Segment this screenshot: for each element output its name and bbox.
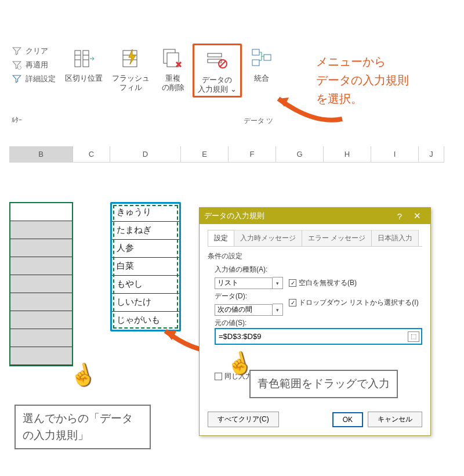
- consolidate-icon: [248, 45, 276, 73]
- list-item: しいたけ: [112, 294, 179, 312]
- text-to-columns-icon: [70, 45, 98, 73]
- ignore-blank-checkbox[interactable]: ✓空白を無視する(B): [289, 278, 357, 288]
- ribbon-group-filter-label: ﾙﾀｰ: [12, 116, 22, 124]
- chevron-down-icon: ⌄: [230, 85, 237, 93]
- funnel-advanced-icon: [12, 74, 22, 84]
- help-button[interactable]: ?: [391, 211, 408, 221]
- list-item: じゃがいも: [112, 312, 179, 330]
- funnel-reapply-icon: [12, 60, 22, 70]
- annotation-drag-hint: 青色範囲をドラッグで入力: [249, 370, 398, 398]
- col-header-H[interactable]: H: [324, 146, 371, 163]
- remove-duplicates-button[interactable]: 重複 の削除: [155, 44, 190, 94]
- consolidate-button[interactable]: 統合: [244, 44, 279, 84]
- ribbon-group-datatools-label: データ ツ: [244, 116, 273, 126]
- svg-line-16: [220, 61, 226, 67]
- col-header-F[interactable]: F: [229, 146, 276, 163]
- range-picker-icon[interactable]: ⬚: [408, 331, 419, 342]
- col-header-E[interactable]: E: [181, 146, 229, 163]
- col-header-J[interactable]: J: [419, 146, 444, 163]
- data-validation-icon: [203, 46, 231, 74]
- column-headers: B C D E F G H I J: [9, 146, 455, 163]
- close-button[interactable]: ✕: [408, 211, 426, 221]
- chevron-down-icon[interactable]: ▾: [273, 304, 283, 316]
- svg-rect-13: [208, 53, 222, 57]
- svg-rect-19: [264, 55, 271, 60]
- data-value[interactable]: [215, 304, 273, 316]
- list-item: たまねぎ: [112, 222, 179, 240]
- list-item: きゅうり: [112, 204, 179, 222]
- spreadsheet: B C D E F G H I J きゅうり たまねぎ 人参 白菜 もやし しい…: [9, 146, 455, 163]
- col-header-D[interactable]: D: [110, 146, 181, 163]
- col-header-I[interactable]: I: [371, 146, 419, 163]
- col-header-G[interactable]: G: [276, 146, 324, 163]
- data-validation-button[interactable]: データの 入力規則 ⌄: [193, 44, 242, 98]
- annotation-menu-hint: メニューから データの入力規則 を選択。: [316, 52, 409, 108]
- allow-label: 入力値の種類(A):: [215, 265, 422, 275]
- ribbon-filter-options: クリア 再適用 詳細設定: [6, 44, 59, 84]
- clear-filter-button[interactable]: クリア: [12, 46, 56, 56]
- in-cell-dropdown-checkbox[interactable]: ✓ドロップダウン リストから選択する(I): [289, 298, 419, 308]
- reapply-filter-button[interactable]: 再適用: [12, 60, 56, 70]
- col-header-C[interactable]: C: [73, 146, 110, 163]
- source-input-row: ⬚: [215, 328, 422, 345]
- source-list-range[interactable]: きゅうり たまねぎ 人参 白菜 もやし しいたけ じゃがいも: [110, 202, 181, 331]
- col-header-B[interactable]: B: [9, 146, 73, 163]
- tab-input-message[interactable]: 入力時メッセージ: [234, 230, 302, 246]
- svg-rect-18: [252, 60, 259, 66]
- tab-settings[interactable]: 設定: [208, 230, 234, 246]
- list-item: 人参: [112, 240, 179, 258]
- tab-ime-mode[interactable]: 日本語入力: [371, 230, 419, 246]
- svg-rect-1: [83, 51, 89, 67]
- tab-error-alert[interactable]: エラー メッセージ: [302, 230, 372, 246]
- dialog-titlebar[interactable]: データの入力規則 ? ✕: [200, 208, 430, 224]
- cancel-button[interactable]: キャンセル: [368, 412, 422, 427]
- selected-range-B[interactable]: [9, 202, 73, 366]
- dialog-tabs: 設定 入力時メッセージ エラー メッセージ 日本語入力: [208, 230, 422, 247]
- funnel-clear-icon: [12, 46, 22, 56]
- svg-rect-0: [75, 51, 81, 67]
- allow-combo[interactable]: ▾: [215, 277, 283, 289]
- source-label: 元の値(S):: [215, 318, 422, 328]
- list-item: 白菜: [112, 258, 179, 276]
- data-validation-dialog: データの入力規則 ? ✕ 設定 入力時メッセージ エラー メッセージ 日本語入力…: [199, 207, 431, 436]
- svg-rect-10: [167, 53, 179, 67]
- advanced-filter-button[interactable]: 詳細設定: [12, 74, 56, 84]
- section-criteria-label: 条件の設定: [208, 251, 422, 261]
- allow-value[interactable]: [215, 277, 273, 289]
- flash-fill-button[interactable]: フラッシュ フィル: [108, 44, 153, 94]
- chevron-down-icon[interactable]: ▾: [273, 277, 283, 289]
- text-to-columns-button[interactable]: 区切り位置: [61, 44, 106, 84]
- list-item: もやし: [112, 276, 179, 294]
- data-combo[interactable]: ▾: [215, 304, 283, 316]
- flash-fill-icon: [117, 45, 145, 73]
- clear-all-button[interactable]: すべてクリア(C): [208, 412, 279, 427]
- annotation-select-first: 選んでからの「データ の入力規則」: [14, 405, 151, 449]
- remove-duplicates-icon: [159, 45, 187, 73]
- svg-rect-17: [252, 49, 259, 55]
- dialog-title: データの入力規則: [204, 211, 264, 221]
- source-input[interactable]: [217, 331, 405, 342]
- ok-button[interactable]: OK: [332, 412, 363, 427]
